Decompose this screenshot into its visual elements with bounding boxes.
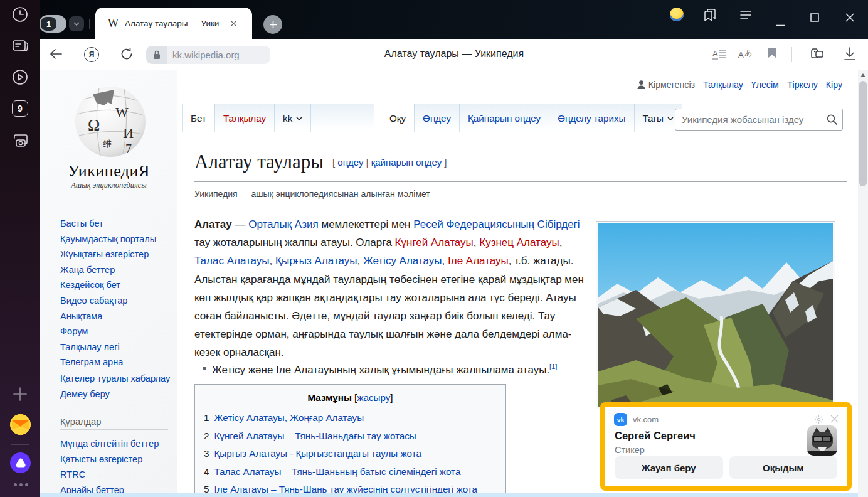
tab-read[interactable]: Оқу [381, 104, 414, 132]
tab-talk[interactable]: Талқылау [214, 104, 274, 132]
tab-group-count[interactable]: 1 [41, 17, 56, 31]
inline-link[interactable]: қайнарын өңдеу [371, 157, 442, 168]
personal-link[interactable]: Тіркелу [787, 80, 818, 90]
inline-link[interactable]: Талас Алатауы [194, 255, 270, 267]
feed-button[interactable] [12, 38, 28, 54]
sidebar-link[interactable]: RTRC [60, 467, 173, 483]
chevron-down-icon [296, 117, 302, 120]
profile-avatar[interactable] [670, 8, 684, 21]
reader-mode-button[interactable]: A [712, 48, 726, 63]
toc-link[interactable]: Күнгей Алатауы – Тянь-Шаньдағы тау жотас… [214, 427, 416, 446]
notification-settings-gear-icon[interactable] [814, 415, 823, 424]
collections-button[interactable] [704, 8, 716, 23]
toc-link[interactable]: Қырғыз Алатауы - Қырғызстандағы таулы жо… [214, 445, 421, 463]
reload-button[interactable] [120, 47, 134, 63]
new-tab-button[interactable] [263, 15, 282, 34]
inline-text: , [559, 237, 565, 248]
screenshot-button[interactable] [12, 132, 28, 149]
sidebar-link[interactable]: Кездейсоқ бет [60, 277, 173, 293]
bookmark-button[interactable] [768, 47, 776, 61]
tab-history[interactable]: Өңделу тарихы [549, 104, 633, 132]
sidebar-link[interactable]: Жаңа беттер [60, 262, 173, 278]
sidebar-link[interactable]: Мұнда сілтейтін беттер [60, 436, 173, 452]
sidebar-link[interactable]: Қателер туралы хабарлау [60, 372, 173, 385]
toc-link[interactable]: Жетісу Алатауы, Жоңғар Алатауы [214, 409, 364, 427]
tab-group[interactable]: 1 [39, 15, 66, 33]
menu-button[interactable] [740, 8, 751, 23]
minimize-button[interactable] [776, 18, 785, 33]
scrollbar-up-arrow[interactable] [860, 73, 865, 77]
close-window-button[interactable] [845, 10, 854, 25]
sidebar-link[interactable]: Видео сабақтар [60, 293, 173, 309]
tab-close-icon[interactable] [230, 20, 237, 27]
sidebar-link[interactable]: Жуықтағы өзгерістер [60, 247, 173, 262]
personal-link[interactable]: Үлесім [751, 80, 779, 90]
inline-link[interactable]: Орталық Азия [248, 218, 319, 230]
tab-counter-button[interactable]: 9 [12, 100, 28, 117]
page-bottom-strip [40, 493, 858, 497]
sidebar-link[interactable]: Басты бет [60, 216, 173, 232]
sidebar-link[interactable]: Талқылау легі [60, 339, 173, 355]
search-icon[interactable] [827, 114, 837, 125]
inline-link[interactable]: [1] [549, 363, 557, 370]
personal-link[interactable]: Кіру [826, 80, 842, 90]
rail-add-button[interactable] [12, 386, 28, 402]
translate-button[interactable]: Aあ [738, 48, 754, 63]
svg-text:维: 维 [103, 139, 112, 149]
scrollbar-thumb[interactable] [859, 81, 867, 186]
back-button[interactable] [49, 48, 63, 63]
title-divider [194, 181, 847, 182]
view-tabs: Оқу Өңдеу Қайнарын өңдеу Өңделу тарихы Т… [381, 104, 682, 132]
download-button[interactable] [844, 47, 856, 63]
sidebar-link[interactable]: Демеу беру [60, 387, 173, 402]
tab-language-dropdown[interactable]: kk [274, 104, 310, 132]
inline-link[interactable]: өңдеу [337, 157, 363, 168]
vk-logo-icon: vk [614, 413, 627, 426]
history-button[interactable] [12, 6, 28, 23]
personal-link[interactable]: Талқылау [703, 80, 743, 90]
sidebar-link[interactable]: Телеграм арна [60, 355, 173, 370]
inline-text: Жетісу және Іле Алатауының халық ұғымынд… [212, 364, 549, 376]
extensions-button[interactable] [808, 46, 825, 65]
inline-link[interactable]: Жетісу Алатауы [363, 255, 442, 267]
wikipedia-globe-logo[interactable]: Ω W И 7 维 [71, 82, 149, 162]
tab-edit-source[interactable]: Қайнарын өңдеу [459, 104, 549, 132]
site-security-chip[interactable] [146, 46, 167, 64]
yandex-button[interactable]: Я [84, 47, 99, 62]
vk-popup-actions: Жауап беру Оқыдым [615, 456, 837, 479]
vk-read-button[interactable]: Оқыдым [729, 456, 838, 479]
yandex-mail-button[interactable] [10, 414, 31, 435]
address-bar[interactable]: kk.wikipedia.org [167, 46, 270, 64]
tab-page[interactable]: Бет [182, 104, 214, 132]
maximize-button[interactable] [810, 10, 819, 25]
svg-text:И: И [123, 125, 134, 141]
inline-link[interactable]: жасыру [357, 392, 390, 403]
page-scrollbar[interactable] [858, 70, 868, 497]
inline-link[interactable]: Қырғыз Алатауы [275, 255, 357, 267]
inline-link[interactable]: Ресей Федерациясының Сібірдегі [413, 218, 580, 230]
clock-icon [12, 6, 28, 23]
video-button[interactable] [12, 69, 28, 85]
inline-link[interactable]: Күнгей Алатауы [395, 237, 474, 248]
vk-popup-header: vk vk.com [614, 413, 839, 426]
alice-assistant-button[interactable] [10, 452, 31, 473]
toc-item: 3Қырғыз Алатауы - Қырғызстандағы таулы ж… [204, 445, 497, 463]
search-input[interactable] [675, 109, 843, 131]
namespace-tabs: Бет Талқылау kk [182, 104, 374, 132]
notification-close-icon[interactable] [830, 415, 839, 423]
inline-link[interactable]: Кузнец Алатауы [479, 237, 559, 248]
vk-notification-popup[interactable]: vk vk.com Сергей Сергеич Стикер [600, 402, 852, 491]
sidebar-link[interactable]: Қатысты өзгерістер [60, 452, 173, 468]
sidebar-link[interactable]: Анықтама [60, 309, 173, 324]
tab-group-chevron-button[interactable] [69, 16, 84, 31]
active-browser-tab[interactable]: W Алатау таулары — Уики [95, 8, 252, 39]
vk-site-label: vk.com [633, 415, 814, 424]
toc-link[interactable]: Талас Алатауы – Тянь-Шаньның батыс сілем… [214, 463, 460, 481]
vk-reply-button[interactable]: Жауап беру [615, 456, 723, 479]
article-image-frame[interactable] [596, 221, 835, 409]
inline-link[interactable]: Іле Алатауы [448, 255, 509, 267]
sidebar-link[interactable]: Форум [60, 324, 173, 339]
tab-edit[interactable]: Өңдеу [414, 104, 459, 132]
sidebar-link[interactable]: Қауымдастық порталы [60, 232, 173, 247]
rail-more-button[interactable] [14, 483, 28, 486]
